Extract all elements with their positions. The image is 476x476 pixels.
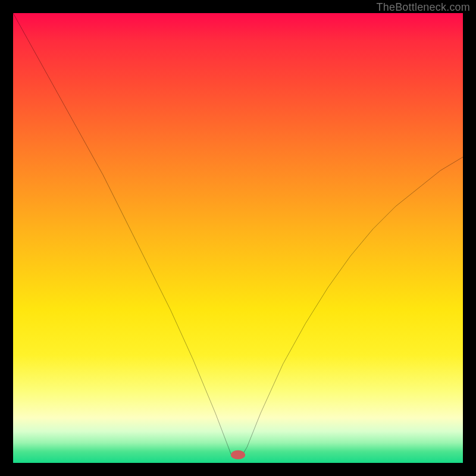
plot-area: [13, 13, 463, 463]
optimal-marker: [231, 450, 245, 459]
chart-frame: TheBottleneck.com: [0, 0, 476, 476]
watermark-label: TheBottleneck.com: [377, 1, 470, 14]
plot-svg: [13, 13, 463, 463]
bottleneck-curve: [13, 13, 463, 455]
